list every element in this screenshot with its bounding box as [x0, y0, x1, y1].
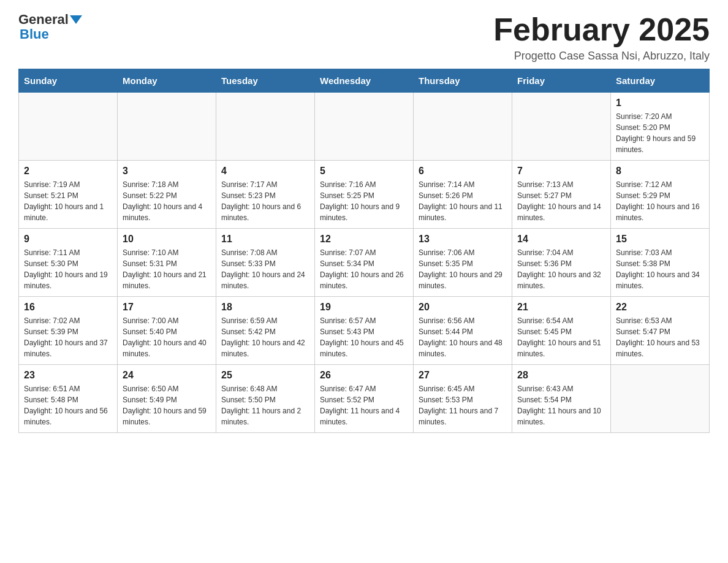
table-row: 13Sunrise: 7:06 AMSunset: 5:35 PMDayligh… — [414, 229, 512, 297]
table-row: 19Sunrise: 6:57 AMSunset: 5:43 PMDayligh… — [315, 297, 414, 365]
day-number: 20 — [419, 302, 507, 313]
table-row: 8Sunrise: 7:12 AMSunset: 5:29 PMDaylight… — [611, 161, 710, 229]
logo-blue: Blue — [20, 27, 49, 42]
day-info: Sunrise: 7:00 AMSunset: 5:40 PMDaylight:… — [123, 315, 211, 359]
day-info: Sunrise: 7:06 AMSunset: 5:35 PMDaylight:… — [419, 247, 507, 291]
table-row: 17Sunrise: 7:00 AMSunset: 5:40 PMDayligh… — [118, 297, 216, 365]
table-row: 27Sunrise: 6:45 AMSunset: 5:53 PMDayligh… — [414, 365, 512, 433]
table-row: 24Sunrise: 6:50 AMSunset: 5:49 PMDayligh… — [118, 365, 216, 433]
day-info: Sunrise: 7:03 AMSunset: 5:38 PMDaylight:… — [616, 247, 704, 291]
table-row — [216, 93, 315, 161]
day-info: Sunrise: 6:59 AMSunset: 5:42 PMDaylight:… — [221, 315, 309, 359]
table-row: 10Sunrise: 7:10 AMSunset: 5:31 PMDayligh… — [118, 229, 216, 297]
day-info: Sunrise: 6:48 AMSunset: 5:50 PMDaylight:… — [221, 383, 309, 427]
day-info: Sunrise: 6:53 AMSunset: 5:47 PMDaylight:… — [616, 315, 704, 359]
calendar-table: Sunday Monday Tuesday Wednesday Thursday… — [18, 69, 710, 433]
table-row: 4Sunrise: 7:17 AMSunset: 5:23 PMDaylight… — [216, 161, 315, 229]
day-number: 7 — [517, 166, 605, 177]
day-number: 15 — [616, 234, 704, 245]
table-row: 22Sunrise: 6:53 AMSunset: 5:47 PMDayligh… — [611, 297, 710, 365]
header-monday: Monday — [118, 69, 216, 93]
table-row: 23Sunrise: 6:51 AMSunset: 5:48 PMDayligh… — [19, 365, 118, 433]
day-number: 25 — [221, 370, 309, 381]
day-info: Sunrise: 7:16 AMSunset: 5:25 PMDaylight:… — [320, 179, 408, 223]
day-number: 23 — [24, 370, 112, 381]
table-row: 16Sunrise: 7:02 AMSunset: 5:39 PMDayligh… — [19, 297, 118, 365]
day-info: Sunrise: 6:57 AMSunset: 5:43 PMDaylight:… — [320, 315, 408, 359]
table-row — [19, 93, 118, 161]
calendar-header: Sunday Monday Tuesday Wednesday Thursday… — [19, 69, 710, 93]
month-title: February 2025 — [493, 12, 710, 47]
day-number: 11 — [221, 234, 309, 245]
header-tuesday: Tuesday — [216, 69, 315, 93]
day-number: 1 — [616, 98, 704, 109]
table-row: 6Sunrise: 7:14 AMSunset: 5:26 PMDaylight… — [414, 161, 512, 229]
day-info: Sunrise: 7:14 AMSunset: 5:26 PMDaylight:… — [419, 179, 507, 223]
day-number: 17 — [123, 302, 211, 313]
table-row: 1Sunrise: 7:20 AMSunset: 5:20 PMDaylight… — [611, 93, 710, 161]
day-number: 22 — [616, 302, 704, 313]
day-number: 16 — [24, 302, 112, 313]
table-row: 14Sunrise: 7:04 AMSunset: 5:36 PMDayligh… — [512, 229, 611, 297]
day-number: 4 — [221, 166, 309, 177]
logo-triangle-icon — [70, 15, 82, 24]
day-number: 9 — [24, 234, 112, 245]
logo-general: General — [18, 12, 69, 27]
header-friday: Friday — [512, 69, 611, 93]
day-info: Sunrise: 6:51 AMSunset: 5:48 PMDaylight:… — [24, 383, 112, 427]
day-number: 12 — [320, 234, 408, 245]
day-number: 21 — [517, 302, 605, 313]
table-row — [414, 93, 512, 161]
table-row — [512, 93, 611, 161]
day-number: 5 — [320, 166, 408, 177]
table-row: 18Sunrise: 6:59 AMSunset: 5:42 PMDayligh… — [216, 297, 315, 365]
header-saturday: Saturday — [611, 69, 710, 93]
table-row: 12Sunrise: 7:07 AMSunset: 5:34 PMDayligh… — [315, 229, 414, 297]
day-info: Sunrise: 7:11 AMSunset: 5:30 PMDaylight:… — [24, 247, 112, 291]
table-row: 7Sunrise: 7:13 AMSunset: 5:27 PMDaylight… — [512, 161, 611, 229]
table-row: 25Sunrise: 6:48 AMSunset: 5:50 PMDayligh… — [216, 365, 315, 433]
header-thursday: Thursday — [414, 69, 512, 93]
table-row: 15Sunrise: 7:03 AMSunset: 5:38 PMDayligh… — [611, 229, 710, 297]
day-number: 2 — [24, 166, 112, 177]
day-info: Sunrise: 7:10 AMSunset: 5:31 PMDaylight:… — [123, 247, 211, 291]
table-row: 28Sunrise: 6:43 AMSunset: 5:54 PMDayligh… — [512, 365, 611, 433]
day-info: Sunrise: 6:45 AMSunset: 5:53 PMDaylight:… — [419, 383, 507, 427]
table-row: 9Sunrise: 7:11 AMSunset: 5:30 PMDaylight… — [19, 229, 118, 297]
table-row: 21Sunrise: 6:54 AMSunset: 5:45 PMDayligh… — [512, 297, 611, 365]
day-info: Sunrise: 7:08 AMSunset: 5:33 PMDaylight:… — [221, 247, 309, 291]
day-info: Sunrise: 7:19 AMSunset: 5:21 PMDaylight:… — [24, 179, 112, 223]
table-row: 2Sunrise: 7:19 AMSunset: 5:21 PMDaylight… — [19, 161, 118, 229]
header-wednesday: Wednesday — [315, 69, 414, 93]
day-info: Sunrise: 6:50 AMSunset: 5:49 PMDaylight:… — [123, 383, 211, 427]
day-number: 27 — [419, 370, 507, 381]
table-row — [611, 365, 710, 433]
day-number: 19 — [320, 302, 408, 313]
table-row: 3Sunrise: 7:18 AMSunset: 5:22 PMDaylight… — [118, 161, 216, 229]
day-info: Sunrise: 7:02 AMSunset: 5:39 PMDaylight:… — [24, 315, 112, 359]
calendar-body: 1Sunrise: 7:20 AMSunset: 5:20 PMDaylight… — [19, 93, 710, 433]
day-number: 6 — [419, 166, 507, 177]
day-number: 13 — [419, 234, 507, 245]
day-info: Sunrise: 6:47 AMSunset: 5:52 PMDaylight:… — [320, 383, 408, 427]
subtitle: Progetto Case Sassa Nsi, Abruzzo, Italy — [493, 50, 710, 63]
table-row: 20Sunrise: 6:56 AMSunset: 5:44 PMDayligh… — [414, 297, 512, 365]
day-number: 8 — [616, 166, 704, 177]
table-row: 5Sunrise: 7:16 AMSunset: 5:25 PMDaylight… — [315, 161, 414, 229]
day-info: Sunrise: 7:13 AMSunset: 5:27 PMDaylight:… — [517, 179, 605, 223]
day-number: 3 — [123, 166, 211, 177]
day-number: 18 — [221, 302, 309, 313]
day-info: Sunrise: 7:18 AMSunset: 5:22 PMDaylight:… — [123, 179, 211, 223]
day-info: Sunrise: 7:07 AMSunset: 5:34 PMDaylight:… — [320, 247, 408, 291]
table-row: 26Sunrise: 6:47 AMSunset: 5:52 PMDayligh… — [315, 365, 414, 433]
day-info: Sunrise: 7:20 AMSunset: 5:20 PMDaylight:… — [616, 111, 704, 155]
day-number: 24 — [123, 370, 211, 381]
page-header: General Blue February 2025 Progetto Case… — [18, 12, 710, 63]
day-number: 10 — [123, 234, 211, 245]
table-row — [118, 93, 216, 161]
table-row: 11Sunrise: 7:08 AMSunset: 5:33 PMDayligh… — [216, 229, 315, 297]
day-info: Sunrise: 7:04 AMSunset: 5:36 PMDaylight:… — [517, 247, 605, 291]
day-info: Sunrise: 6:56 AMSunset: 5:44 PMDaylight:… — [419, 315, 507, 359]
table-row — [315, 93, 414, 161]
day-info: Sunrise: 7:17 AMSunset: 5:23 PMDaylight:… — [221, 179, 309, 223]
